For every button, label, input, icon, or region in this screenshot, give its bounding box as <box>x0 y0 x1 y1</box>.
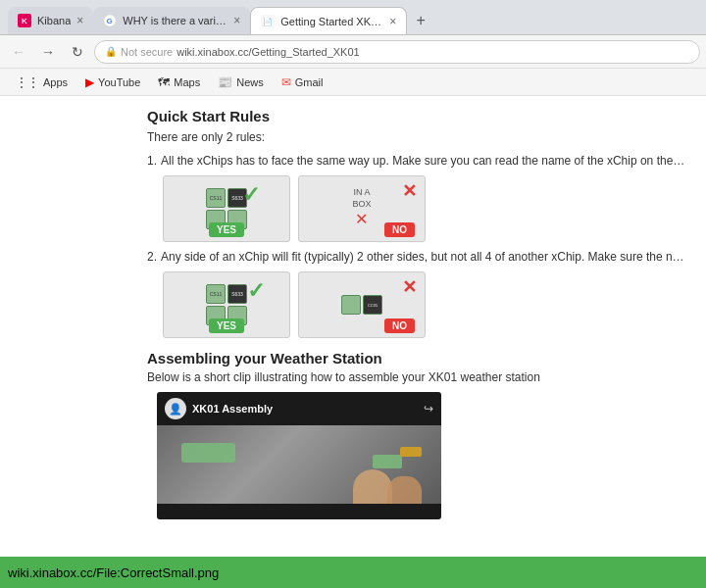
rules-list: 1. All the xChips has to face the same w… <box>147 154 686 168</box>
xmark-rule1: ✕ <box>402 180 417 202</box>
bookmark-maps-label: Maps <box>174 76 200 88</box>
no-badge-rule2: NO <box>384 318 415 333</box>
new-tab-button[interactable]: + <box>407 7 434 34</box>
hand-left <box>353 469 392 504</box>
box-label: BOX <box>352 199 371 211</box>
tab-google-close[interactable]: × <box>233 14 240 27</box>
bookmark-news[interactable]: 📰 News <box>210 74 272 91</box>
tab-kibana[interactable]: K Kibana × <box>8 7 93 34</box>
bookmark-youtube[interactable]: ▶ YouTube <box>77 74 148 91</box>
title-bar: K Kibana × G WHY is there a variation in… <box>0 0 706 35</box>
tab-kibana-label: Kibana <box>37 15 71 26</box>
chip-cc2: CC05 <box>363 295 382 315</box>
no-badge-rule1: NO <box>384 222 415 237</box>
content-area: Quick Start Rules There are only 2 rules… <box>0 96 706 557</box>
page-content: Quick Start Rules There are only 2 rules… <box>127 96 706 557</box>
video-avatar: 👤 <box>165 398 186 419</box>
rule-1-yes-image: CS11 S633 ✓ YES <box>163 175 290 242</box>
wiki-icon: 📄 <box>261 15 275 28</box>
tab-wiki[interactable]: 📄 Getting Started XK01 - XinaBox ... × <box>250 7 407 34</box>
chip-s633-2: S633 <box>227 284 247 304</box>
rule-1-no-image: IN A BOX ✕ ✕ NO <box>298 175 426 242</box>
rule-2: 2. Any side of an xChip will fit (typica… <box>147 250 686 264</box>
security-label: Not secure <box>121 46 173 58</box>
yes-badge-rule1: YES <box>209 222 244 237</box>
address-bar[interactable]: 🔒 Not secure wiki.xinabox.cc/Getting_Sta… <box>94 40 700 64</box>
url-text: wiki.xinabox.cc/Getting_Started_XK01 <box>176 46 689 58</box>
youtube-icon: ▶ <box>85 75 94 89</box>
gmail-icon: ✉ <box>281 75 291 89</box>
rule-2-number: 2. <box>147 250 157 264</box>
svg-text:G: G <box>107 17 113 25</box>
tab-kibana-close[interactable]: × <box>76 14 83 27</box>
quick-start-title: Quick Start Rules <box>147 108 686 124</box>
tab-google[interactable]: G WHY is there a variation in visibi... … <box>93 7 250 34</box>
bookmark-maps[interactable]: 🗺 Maps <box>150 74 208 91</box>
avatar-icon: 👤 <box>169 403 182 416</box>
yes-badge-rule2: YES <box>209 318 244 333</box>
bookmarks-bar: ⋮⋮ Apps ▶ YouTube 🗺 Maps 📰 News ✉ Gmail <box>0 69 706 96</box>
tab-google-label: WHY is there a variation in visibi... <box>123 15 227 26</box>
video-player[interactable]: 👤 XK01 Assembly ↪ <box>157 392 441 519</box>
bookmark-youtube-label: YouTube <box>98 76 140 88</box>
chip-cs11: CS11 <box>206 188 226 208</box>
board-row-top: CS11 S633 <box>206 188 247 208</box>
rule-2-yes-image: CS11 S633 ✓ YES <box>163 271 290 338</box>
bookmark-news-label: News <box>236 76 264 88</box>
kibana-icon: K <box>18 14 31 27</box>
checkmark-rule1: ✓ <box>242 182 260 208</box>
rule-2-no-image: CC05 ✕ NO <box>298 271 426 338</box>
bookmark-apps[interactable]: ⋮⋮ Apps <box>8 74 76 91</box>
lock-icon: 🔒 <box>105 46 117 57</box>
bookmark-gmail-label: Gmail <box>295 76 324 88</box>
rule-1-images: CS11 S633 ✓ YES IN A BOX ✕ <box>163 175 686 242</box>
status-url: wiki.xinabox.cc/File:CorrectSmall.png <box>8 565 219 580</box>
maps-icon: 🗺 <box>158 75 170 89</box>
browser-toolbar: ← → ↻ 🔒 Not secure wiki.xinabox.cc/Getti… <box>0 35 706 69</box>
share-icon[interactable]: ↪ <box>424 402 433 416</box>
x-symbol: ✕ <box>352 210 371 230</box>
kibana-favicon: K <box>18 14 31 27</box>
svg-text:📄: 📄 <box>263 17 273 26</box>
hand-right <box>387 476 422 504</box>
intro-text: There are only 2 rules: <box>147 130 686 144</box>
rule-2-images: CS11 S633 ✓ YES CC05 <box>163 271 686 338</box>
checkmark-rule2: ✓ <box>247 278 265 304</box>
ina-label: IN A <box>352 187 371 199</box>
news-icon: 📰 <box>218 75 232 89</box>
video-title: XK01 Assembly <box>192 403 273 415</box>
google-favicon: G <box>103 14 117 27</box>
bookmark-gmail[interactable]: ✉ Gmail <box>274 74 331 91</box>
xmark-rule2: ✕ <box>402 276 417 298</box>
rule-1-number: 1. <box>147 154 157 168</box>
google-icon: G <box>103 14 117 27</box>
board-row-top-2: CS11 S633 <box>206 284 247 304</box>
forward-button[interactable]: → <box>35 39 61 65</box>
video-thumbnail[interactable] <box>157 425 441 504</box>
assembling-text: Below is a short clip illustrating how t… <box>147 370 686 384</box>
chip-cs11-2: CS11 <box>206 284 226 304</box>
back-button[interactable]: ← <box>6 39 31 65</box>
assembling-title: Assembling your Weather Station <box>147 350 686 367</box>
tab-wiki-close[interactable]: × <box>389 15 396 28</box>
tab-wiki-label: Getting Started XK01 - XinaBox ... <box>280 16 383 27</box>
apps-icon: ⋮⋮ <box>16 75 39 89</box>
status-bar: wiki.xinabox.cc/File:CorrectSmall.png <box>0 557 706 588</box>
connector-piece <box>400 447 422 457</box>
rule-2-text: Any side of an xChip will fit (typically… <box>161 250 686 264</box>
pcb-piece-2 <box>373 455 402 468</box>
pcb-piece-1 <box>181 443 235 463</box>
board-row-no: CC05 <box>341 295 382 315</box>
bookmark-apps-label: Apps <box>43 76 68 88</box>
rule-1: 1. All the xChips has to face the same w… <box>147 154 686 168</box>
wiki-favicon: 📄 <box>261 15 275 28</box>
reload-button[interactable]: ↻ <box>65 39 90 65</box>
rules-list-2: 2. Any side of an xChip will fit (typica… <box>147 250 686 264</box>
video-header: 👤 XK01 Assembly ↪ <box>157 392 441 425</box>
rule-1-text: All the xChips has to face the same way … <box>161 154 686 168</box>
chip-cc1 <box>341 295 361 315</box>
